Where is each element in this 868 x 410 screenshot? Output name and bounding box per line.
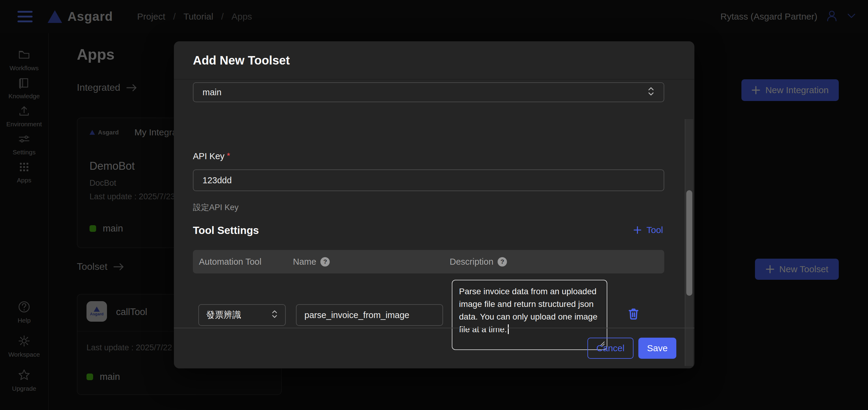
modal-title: Add New Toolset xyxy=(193,41,290,80)
help-badge-icon[interactable]: ? xyxy=(498,257,507,266)
cancel-button[interactable]: Cancel xyxy=(587,338,633,359)
environment-select-value: main xyxy=(203,87,221,97)
modal-header: Add New Toolset xyxy=(174,41,694,80)
modal-footer: Cancel Save xyxy=(174,328,694,369)
add-tool-button[interactable]: Tool xyxy=(633,225,663,235)
add-tool-label: Tool xyxy=(647,225,663,235)
required-asterisk: * xyxy=(227,151,230,160)
tool-table-header: Automation Tool Name ? Description ? xyxy=(193,250,664,273)
api-key-input[interactable]: 123ddd xyxy=(193,169,664,191)
automation-tool-value: 發票辨識 xyxy=(206,309,241,321)
environment-select[interactable]: main xyxy=(193,82,664,102)
tool-name-value: parse_invoice_from_image xyxy=(304,310,409,320)
app-screen: Asgard Project / Tutorial / Apps Rytass … xyxy=(0,0,868,410)
delete-tool-button[interactable] xyxy=(628,308,639,321)
add-new-toolset-modal: Add New Toolset main API Key* 123ddd 設定A… xyxy=(174,41,694,369)
api-key-label: API Key* xyxy=(193,151,230,161)
api-key-value: 123ddd xyxy=(203,175,232,185)
column-description: Description ? xyxy=(450,250,507,273)
save-button[interactable]: Save xyxy=(638,338,676,359)
column-automation-tool: Automation Tool xyxy=(199,250,261,273)
select-updown-icon xyxy=(271,309,278,321)
api-key-helper: 設定API Key xyxy=(193,202,239,213)
modal-body: main API Key* 123ddd 設定API Key Tool Sett… xyxy=(174,80,694,327)
tool-settings-heading: Tool Settings xyxy=(193,224,259,236)
plus-icon xyxy=(633,226,642,234)
select-updown-icon xyxy=(647,86,655,98)
column-name: Name ? xyxy=(293,250,330,273)
tool-name-input[interactable]: parse_invoice_from_image xyxy=(296,304,443,326)
modal-scrollbar-thumb[interactable] xyxy=(686,190,692,296)
automation-tool-select[interactable]: 發票辨識 xyxy=(198,304,286,326)
trash-icon xyxy=(628,308,639,320)
help-badge-icon[interactable]: ? xyxy=(320,257,330,266)
